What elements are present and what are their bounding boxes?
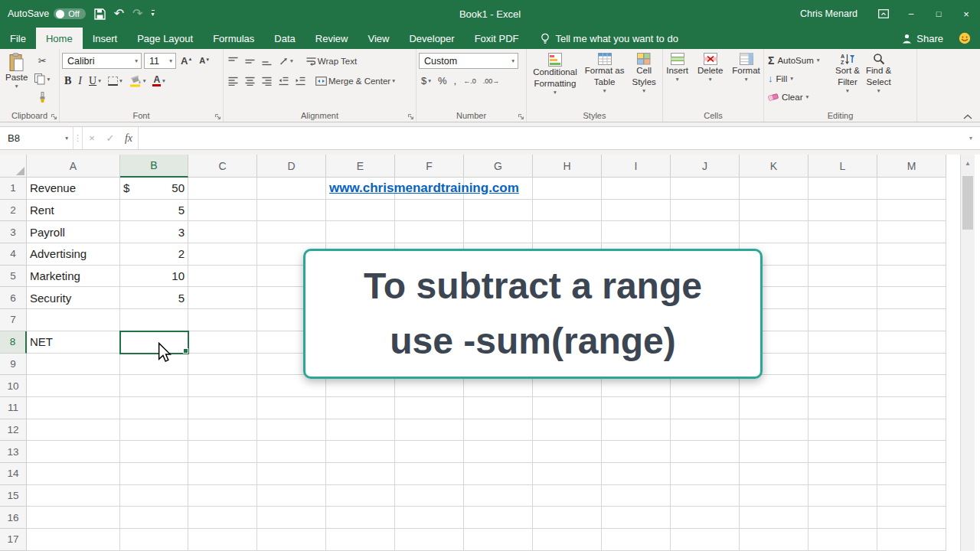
name-box-resize-handle[interactable]: ⋮ [74, 127, 83, 149]
cell-K14[interactable] [740, 463, 808, 485]
cell-L8[interactable] [808, 331, 877, 354]
cut-button[interactable]: ✂ [32, 53, 52, 69]
cell-M7[interactable] [877, 309, 946, 331]
clear-button[interactable]: Clear▾ [766, 89, 832, 105]
cell-M11[interactable] [877, 397, 946, 419]
percent-style-button[interactable]: % [436, 73, 449, 89]
comma-style-button[interactable]: , [452, 73, 459, 89]
column-header-M[interactable]: M [877, 155, 946, 178]
cell-B8[interactable] [120, 331, 188, 354]
cell-A10[interactable] [27, 375, 120, 397]
top-align-button[interactable] [226, 53, 240, 69]
format-as-table-button[interactable]: Format as Table ▾ [582, 51, 628, 109]
cell-E13[interactable] [326, 441, 395, 463]
autosave-toggle[interactable]: AutoSave Off [8, 8, 86, 19]
tab-insert[interactable]: Insert [83, 28, 128, 49]
cell-M9[interactable] [877, 354, 946, 376]
italic-button[interactable]: I [76, 73, 84, 89]
row-header-17[interactable]: 17 [0, 529, 27, 551]
autosum-button[interactable]: ΣAutoSum▾ [766, 52, 832, 68]
cell-G3[interactable] [464, 221, 533, 243]
cell-J17[interactable] [671, 529, 740, 551]
font-name-combobox[interactable]: Calibri▾ [62, 53, 142, 69]
format-painter-button[interactable] [32, 90, 52, 106]
cell-J12[interactable] [671, 419, 740, 442]
cell-C16[interactable] [188, 507, 257, 529]
bottom-align-button[interactable] [260, 53, 274, 69]
cell-L5[interactable] [808, 266, 877, 288]
cell-F3[interactable] [395, 221, 464, 243]
cell-A8[interactable]: NET [27, 331, 120, 354]
cell-J11[interactable] [671, 397, 740, 419]
share-button[interactable]: Share [902, 33, 943, 44]
cell-B14[interactable] [120, 463, 188, 485]
cell-F13[interactable] [395, 441, 464, 463]
select-all-button[interactable] [0, 155, 27, 178]
cell-D3[interactable] [257, 221, 326, 243]
cell-C14[interactable] [188, 463, 257, 485]
cell-A2[interactable]: Rent [27, 200, 120, 222]
cell-M15[interactable] [877, 485, 946, 507]
cell-D11[interactable] [257, 397, 326, 419]
account-name[interactable]: Chris Menard [800, 8, 858, 19]
tell-me-box[interactable]: Tell me what you want to do [541, 28, 678, 49]
cell-A3[interactable]: Payroll [27, 221, 120, 243]
cell-D16[interactable] [257, 507, 326, 529]
cell-M1[interactable] [877, 178, 946, 200]
column-header-J[interactable]: J [671, 155, 740, 178]
vertical-scrollbar[interactable]: ▲ [960, 155, 975, 551]
cell-C10[interactable] [188, 375, 257, 397]
cell-M5[interactable] [877, 266, 946, 288]
column-header-C[interactable]: C [188, 155, 257, 178]
orientation-button[interactable]: ▾ [276, 53, 296, 69]
formula-bar-expand-button[interactable]: ▾ [962, 127, 980, 149]
tab-file[interactable]: File [0, 28, 36, 49]
row-header-9[interactable]: 9 [0, 354, 27, 376]
cell-B5[interactable]: 10 [120, 266, 188, 288]
cell-I3[interactable] [602, 221, 671, 243]
cell-G15[interactable] [464, 485, 533, 507]
minimize-button[interactable]: − [897, 0, 925, 28]
fill-color-button[interactable]: ▾ [127, 73, 149, 89]
font-size-combobox[interactable]: 11▾ [144, 53, 176, 69]
cell-L13[interactable] [808, 441, 877, 463]
cell-A12[interactable] [27, 419, 120, 442]
cell-C4[interactable] [188, 243, 257, 266]
cell-C13[interactable] [188, 441, 257, 463]
find-select-button[interactable]: Find & Select ▾ [863, 51, 894, 109]
cell-B17[interactable] [120, 529, 188, 551]
cell-B12[interactable] [120, 419, 188, 442]
cell-L12[interactable] [808, 419, 877, 442]
tab-home[interactable]: Home [36, 28, 83, 49]
cell-K3[interactable] [740, 221, 808, 243]
column-header-B[interactable]: B [120, 155, 188, 178]
increase-font-size-button[interactable]: A▲ [178, 53, 194, 69]
cell-B10[interactable] [120, 375, 188, 397]
cell-E11[interactable] [326, 397, 395, 419]
cell-I14[interactable] [602, 463, 671, 485]
cell-J16[interactable] [671, 507, 740, 529]
cell-E3[interactable] [326, 221, 395, 243]
cell-C15[interactable] [188, 485, 257, 507]
cell-D12[interactable] [257, 419, 326, 442]
cell-M12[interactable] [877, 419, 946, 442]
cell-G2[interactable] [464, 200, 533, 222]
cell-J1[interactable] [671, 178, 740, 200]
cell-F15[interactable] [395, 485, 464, 507]
cell-K2[interactable] [740, 200, 808, 222]
increase-decimal-button[interactable]: ←.0 [461, 73, 479, 89]
cell-A6[interactable]: Security [27, 287, 120, 309]
cell-K12[interactable] [740, 419, 808, 442]
cell-K16[interactable] [740, 507, 808, 529]
close-button[interactable]: × [952, 0, 980, 28]
cell-J14[interactable] [671, 463, 740, 485]
ribbon-display-options-button[interactable] [870, 0, 897, 28]
cell-C3[interactable] [188, 221, 257, 243]
cell-B11[interactable] [120, 397, 188, 419]
row-header-5[interactable]: 5 [0, 266, 27, 288]
middle-align-button[interactable] [243, 53, 257, 69]
cell-C1[interactable] [188, 178, 257, 200]
copy-button[interactable]: ▾ [32, 71, 52, 87]
cell-M14[interactable] [877, 463, 946, 485]
cell-I13[interactable] [602, 441, 671, 463]
